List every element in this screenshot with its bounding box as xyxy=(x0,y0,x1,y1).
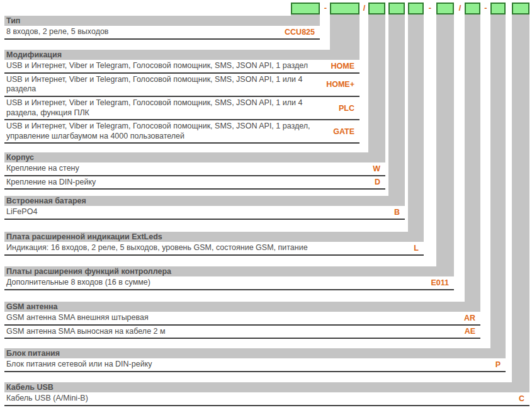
section-type: Тип 8 входов, 2 реле, 5 выходов CCU825 xyxy=(4,16,320,40)
option-code: C xyxy=(519,394,524,403)
option-label: 8 входов, 2 реле, 5 выходов xyxy=(6,27,285,37)
row-expansion-e011: Дополнительные 8 входов (16 в сумме) E01… xyxy=(4,276,454,290)
section-title: Платы расширения функций контроллера xyxy=(4,266,454,276)
code-separator: - xyxy=(321,2,330,14)
section-expansion: Платы расширения функций контроллера Доп… xyxy=(4,266,454,290)
row-extleds-indication: Индикация: 16 входов, 2 реле, 5 выходов,… xyxy=(4,242,424,256)
connector-column-power xyxy=(490,14,506,348)
option-label: USB и Интернет, Viber и Telegram, Голосо… xyxy=(6,61,331,71)
option-code: B xyxy=(394,208,400,217)
code-box-extleds xyxy=(408,3,424,14)
option-code: CCU825 xyxy=(285,28,315,37)
row-usb-cable: Кабель USB (A/Mini-B) C xyxy=(4,392,529,406)
section-title: Модификация xyxy=(4,50,359,60)
section-usb-cable: Кабель USB Кабель USB (A/Mini-B) C xyxy=(4,382,529,406)
connector-column-expansion xyxy=(436,14,454,266)
row-antenna-ar: GSM антенна SMA внешняя штыревая AR xyxy=(4,312,480,326)
connector-column-extleds xyxy=(408,14,424,232)
section-power: Блок питания Блок питания сетевой или на… xyxy=(4,348,506,372)
option-label: USB и Интернет, Viber и Telegram, Голосо… xyxy=(6,98,339,118)
code-separator: / xyxy=(360,2,368,14)
code-box-power xyxy=(490,3,506,14)
row-enclosure-din: Крепление на DIN-рейку D xyxy=(4,176,385,190)
section-title: Встроенная батарея xyxy=(4,196,405,206)
option-label: LiFePO4 xyxy=(6,207,394,217)
connector-column-usb-cable xyxy=(512,14,529,382)
section-antenna: GSM антенна GSM антенна SMA внешняя штыр… xyxy=(4,302,480,339)
code-separator: / xyxy=(456,2,464,14)
option-label: Крепление на DIN-рейку xyxy=(6,178,375,188)
code-box-enclosure xyxy=(368,3,385,14)
section-extleds: Плата расширенной индикации ExtLeds Инди… xyxy=(4,232,424,256)
option-label: GSM антенна SMA выносная на кабеле 2 м xyxy=(6,327,465,337)
section-title: Корпус xyxy=(4,152,385,162)
connector-column-enclosure xyxy=(368,14,385,152)
option-code: W xyxy=(373,164,380,173)
row-modification-home: USB и Интернет, Viber и Telegram, Голосо… xyxy=(4,60,359,74)
row-battery-lifepo4: LiFePO4 B xyxy=(4,206,405,220)
section-title: GSM антенна xyxy=(4,302,480,312)
option-label: GSM антенна SMA внешняя штыревая xyxy=(6,313,464,323)
option-label: Кабель USB (A/Mini-B) xyxy=(6,394,519,404)
order-code-diagram: - / - / - Тип 8 входов, 2 реле, 5 выходо… xyxy=(0,0,532,410)
option-code: HOME+ xyxy=(326,80,354,89)
option-code: E011 xyxy=(431,278,449,287)
option-code: AR xyxy=(464,314,475,322)
section-title: Плата расширенной индикации ExtLeds xyxy=(4,232,424,242)
code-box-battery xyxy=(388,3,405,14)
code-separator: - xyxy=(482,2,490,14)
option-label: Дополнительные 8 входов (16 в сумме) xyxy=(6,278,431,288)
row-type-ccu825: 8 входов, 2 реле, 5 выходов CCU825 xyxy=(4,26,320,40)
row-power-supply: Блок питания сетевой или на DIN-рейку P xyxy=(4,358,506,372)
option-code: L xyxy=(414,244,419,253)
option-code: P xyxy=(495,360,501,369)
connector-column-battery xyxy=(388,14,405,196)
option-code: PLC xyxy=(339,104,354,113)
code-box-antenna xyxy=(465,3,480,14)
connector-column-antenna xyxy=(465,14,480,302)
section-title: Тип xyxy=(4,16,320,26)
row-antenna-ae: GSM антенна SMA выносная на кабеле 2 м A… xyxy=(4,326,480,339)
option-label: Крепление на стену xyxy=(6,164,373,174)
option-code: D xyxy=(375,178,380,186)
code-box-type xyxy=(291,3,320,14)
option-label: Блок питания сетевой или на DIN-рейку xyxy=(6,360,495,370)
option-label: USB и Интернет, Viber и Telegram, Голосо… xyxy=(6,122,333,141)
section-title: Кабель USB xyxy=(4,382,529,392)
option-code: HOME xyxy=(331,62,355,71)
section-modification: Модификация USB и Интернет, Viber и Tele… xyxy=(4,50,359,144)
row-modification-gate: USB и Интернет, Viber и Telegram, Голосо… xyxy=(4,120,359,144)
row-modification-home-plus: USB и Интернет, Viber и Telegram, Голосо… xyxy=(4,74,359,97)
option-label: USB и Интернет, Viber и Telegram, Голосо… xyxy=(6,75,326,94)
connector-column-modification xyxy=(330,14,359,50)
row-modification-plc: USB и Интернет, Viber и Telegram, Голосо… xyxy=(4,97,359,120)
code-box-modification xyxy=(330,3,359,14)
code-box-usb-cable xyxy=(512,3,529,14)
code-box-expansion xyxy=(436,3,454,14)
section-battery: Встроенная батарея LiFePO4 B xyxy=(4,196,405,220)
option-code: AE xyxy=(465,327,475,336)
section-enclosure: Корпус Крепление на стену W Крепление на… xyxy=(4,152,385,190)
option-label: Индикация: 16 входов, 2 реле, 5 выходов,… xyxy=(6,243,414,253)
section-title: Блок питания xyxy=(4,348,506,358)
option-code: GATE xyxy=(333,127,354,136)
row-enclosure-wall: Крепление на стену W xyxy=(4,162,385,176)
code-separator: - xyxy=(426,2,434,14)
